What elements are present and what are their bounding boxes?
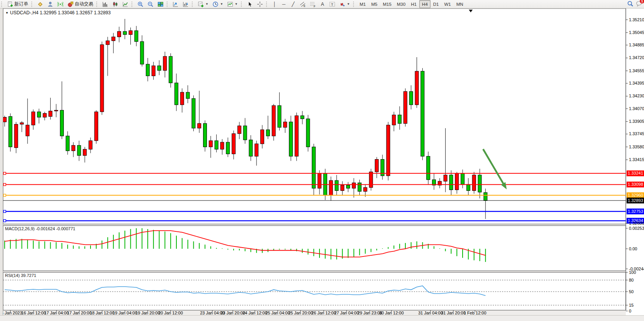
hline-button[interactable]: ─ [279, 0, 289, 8]
time-tick-label: 27 Jan 04:00 [334, 311, 359, 315]
vline-button[interactable]: │ [270, 0, 279, 8]
candle-body [20, 123, 24, 124]
price-tag-label: 1.32960 [628, 193, 643, 197]
text-button[interactable]: A [318, 0, 327, 8]
zoom-in-button[interactable] [135, 0, 145, 8]
autotrade-button-label: 自动交易 [75, 1, 93, 7]
fibonacci-button[interactable] [308, 0, 318, 8]
candle-body [444, 175, 447, 181]
timeframe-D1-button[interactable]: D1 [430, 0, 442, 8]
new-chart-button[interactable]: ▼ [196, 0, 210, 8]
line-drag-handle[interactable] [3, 172, 6, 175]
chart-objects-dropdown: ▼ [5, 11, 9, 15]
chart-title: USDCAD-,H4 1.32995 1.33046 1.32657 1.328… [10, 10, 111, 15]
timeframe-M5-button[interactable]: M5 [369, 0, 380, 8]
candle-body [123, 31, 126, 34]
toolbar-grip [167, 2, 169, 7]
tile-windows-button[interactable] [155, 0, 166, 8]
fibonacci-icon [310, 1, 316, 7]
new-order-button[interactable]: 新订单 [5, 0, 30, 8]
candlestick-chart-icon [112, 1, 118, 7]
timeframe-M30-button[interactable]: M30 [394, 0, 408, 8]
candle-body [352, 183, 355, 188]
template-button[interactable]: ▼ [225, 0, 240, 8]
candle-body [272, 105, 275, 136]
candle-body [284, 122, 287, 127]
timeframe-H1-button[interactable]: H1 [408, 0, 419, 8]
time-tick-label: 17 Jan 04:00 [44, 311, 69, 315]
chevron-down-icon: ▼ [205, 2, 208, 6]
candle-body [466, 184, 470, 190]
bar-chart-icon [102, 1, 108, 7]
candle-body [180, 92, 184, 105]
text-label-button[interactable] [327, 0, 337, 8]
candle-body [163, 56, 167, 70]
candle-body [243, 126, 247, 140]
candle-body [398, 115, 401, 123]
candle-body [89, 141, 92, 149]
auto-arrange-button[interactable] [171, 0, 181, 8]
price-tick-label: 1.33580 [629, 144, 644, 149]
text-icon: A [320, 2, 325, 7]
timeframe-MN-button[interactable]: MN [454, 0, 466, 8]
candle-body [255, 144, 258, 156]
chart-window: 1.332411.330981.329601.328931.327531.326… [0, 8, 644, 317]
rsi-label: RSI(14) 39.7271 [5, 273, 36, 278]
line-drag-handle[interactable] [3, 210, 6, 212]
candle-body [100, 45, 104, 112]
trendline-button[interactable]: ╱ [289, 0, 298, 8]
track-chart-button[interactable] [181, 0, 191, 8]
candle-body [261, 130, 264, 144]
candle-body [60, 110, 64, 136]
period-button[interactable]: ▼ [210, 0, 225, 8]
candle-body [106, 41, 109, 45]
cursor-button[interactable] [245, 0, 255, 8]
line-drag-handle[interactable] [3, 194, 6, 197]
candle-body [232, 134, 236, 154]
candle-body [427, 156, 430, 180]
search-icon[interactable] [627, 0, 634, 8]
crosshair-icon [257, 1, 263, 7]
candle-body [169, 56, 173, 83]
market-icon [47, 1, 53, 7]
rsi-axis-label: 50 [629, 289, 634, 294]
bar-chart-button[interactable] [100, 0, 110, 8]
candle-body [157, 66, 161, 70]
candle-body [386, 125, 390, 176]
chat-icon[interactable]: 1 [636, 0, 642, 8]
hline-icon: ─ [281, 2, 287, 7]
time-tick-label: 29 Jan 23:00 [357, 311, 382, 315]
timeframe-M1-button[interactable]: M1 [357, 0, 369, 8]
candle-body [295, 115, 298, 156]
template-icon [227, 1, 233, 7]
candle-body [186, 92, 190, 99]
candle-body [112, 37, 115, 41]
candle-body [32, 112, 35, 125]
candle-body [289, 122, 293, 156]
timeframe-H4-button[interactable]: H4 [419, 0, 430, 8]
candle-body [237, 126, 241, 134]
line-chart-button[interactable] [120, 0, 130, 8]
zoom-out-button[interactable] [145, 0, 155, 8]
quotes-button[interactable] [35, 0, 45, 8]
line-drag-handle[interactable] [3, 183, 6, 186]
price-tick-label: 1.34555 [629, 68, 644, 73]
crosshair-button[interactable] [255, 0, 265, 8]
line-drag-handle[interactable] [3, 219, 6, 222]
macd-label: MACD(12,26,9) -0.001624 -0.000771 [5, 226, 75, 231]
timeframe-W1-button[interactable]: W1 [442, 0, 454, 8]
market-button[interactable] [45, 0, 55, 8]
time-tick-label: 1 Feb 12:00 [464, 311, 487, 315]
arrows-button[interactable]: ▼ [337, 0, 352, 8]
chevron-down-icon: ▼ [347, 2, 350, 6]
timeframe-M15-button[interactable]: M15 [380, 0, 394, 8]
autotrade-button[interactable]: 自动交易 [65, 0, 95, 8]
signals-button[interactable] [55, 0, 65, 8]
candle-body [192, 99, 195, 128]
channel-button[interactable] [298, 0, 308, 8]
new-chart-icon [198, 1, 204, 7]
time-tick-label: 26 Jan 12:00 [311, 311, 336, 315]
candlestick-chart-button[interactable] [110, 0, 120, 8]
candle-body [146, 64, 150, 76]
candle-body [375, 160, 379, 172]
